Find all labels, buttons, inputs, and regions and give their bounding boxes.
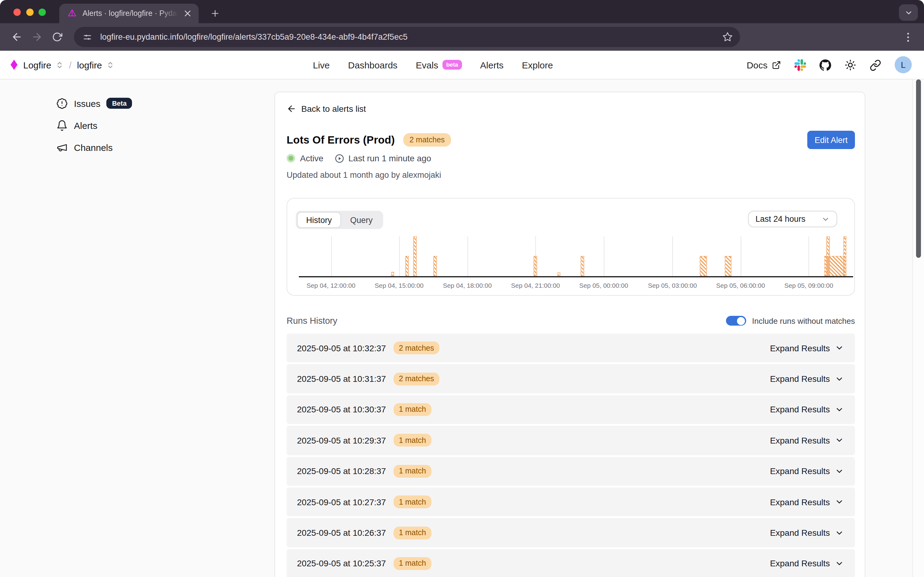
expand-results-button[interactable]: Expand Results <box>770 497 844 507</box>
nav-label: Explore <box>522 60 553 70</box>
back-button[interactable] <box>8 29 24 45</box>
chart-bar <box>843 237 847 276</box>
nav-label: Live <box>313 60 330 70</box>
bell-icon <box>56 119 68 131</box>
chart-bar <box>826 237 830 276</box>
reload-icon <box>52 32 62 42</box>
slack-icon[interactable] <box>795 59 806 71</box>
browser-tab[interactable]: Alerts · logfire/logfire · Pydant <box>59 4 198 23</box>
nav-item-alerts[interactable]: Alerts <box>480 60 503 70</box>
chart-bar <box>700 256 707 276</box>
include-runs-toggle[interactable] <box>726 316 746 326</box>
time-range-select[interactable]: Last 24 hours <box>748 211 837 227</box>
docs-link[interactable]: Docs <box>747 60 781 70</box>
scrollbar-thumb[interactable] <box>916 79 921 258</box>
address-bar[interactable]: logfire-eu.pydantic.info/logfire/logfire… <box>74 27 740 47</box>
include-runs-toggle-label: Include runs without matches <box>752 316 855 325</box>
bookmark-star-icon[interactable] <box>722 32 733 42</box>
sidebar-item-alerts[interactable]: Alerts <box>56 116 132 134</box>
sidebar-item-channels[interactable]: Channels <box>56 138 132 156</box>
project-name[interactable]: logfire <box>77 60 102 70</box>
chevron-down-icon <box>835 559 844 568</box>
run-timestamp: 2025-09-05 at 10:32:37 <box>297 343 386 353</box>
nav-item-live[interactable]: Live <box>313 60 330 70</box>
external-link-icon <box>772 60 781 69</box>
chart-header: History Query Last 24 hours <box>287 198 854 229</box>
grid-line <box>809 237 810 276</box>
zoom-window-button[interactable] <box>39 8 46 16</box>
chevron-down-icon <box>835 497 844 506</box>
nav-item-dashboards[interactable]: Dashboards <box>348 60 398 70</box>
header-actions: Docs L <box>747 56 924 73</box>
expand-results-button[interactable]: Expand Results <box>770 405 844 414</box>
site-info-icon[interactable] <box>79 29 95 45</box>
run-match-badge: 1 match <box>393 526 431 539</box>
expand-results-button[interactable]: Expand Results <box>770 466 844 476</box>
logfire-logo-icon <box>9 59 19 70</box>
grid-line <box>399 237 400 276</box>
breadcrumb: Logfire / logfire <box>0 59 114 70</box>
tab-history[interactable]: History <box>297 212 341 228</box>
github-icon[interactable] <box>819 59 831 71</box>
run-row: 2025-09-05 at 10:29:37 1 match Expand Re… <box>287 426 855 455</box>
nav-label: Dashboards <box>348 60 398 70</box>
x-tick-label: Sep 05, 09:00:00 <box>784 282 833 289</box>
history-chart-card: History Query Last 24 hours Sep 04, 12:0… <box>287 198 855 296</box>
expand-results-button[interactable]: Expand Results <box>770 374 844 384</box>
theme-sun-icon[interactable] <box>845 59 856 71</box>
sidebar-item-issues[interactable]: Issues Beta <box>56 94 132 113</box>
arrow-left-icon <box>287 104 297 114</box>
user-avatar[interactable]: L <box>895 56 912 73</box>
tab-search-button[interactable] <box>899 4 918 21</box>
run-match-badge: 2 matches <box>393 342 439 354</box>
chevron-down-icon <box>904 8 913 17</box>
project-selector-icon[interactable] <box>106 61 114 69</box>
expand-results-label: Expand Results <box>770 343 830 353</box>
new-tab-button[interactable] <box>208 6 223 21</box>
chart-bar <box>581 256 585 276</box>
expand-results-button[interactable]: Expand Results <box>770 559 844 569</box>
expand-results-button[interactable]: Expand Results <box>770 343 844 353</box>
nav-label: Evals <box>416 60 438 70</box>
expand-results-label: Expand Results <box>770 405 830 414</box>
sidebar-label: Issues <box>74 98 100 108</box>
org-name[interactable]: Logfire <box>23 60 51 70</box>
share-link-icon[interactable] <box>869 59 881 71</box>
x-tick-label: Sep 04, 15:00:00 <box>375 282 424 289</box>
window-controls <box>13 8 46 16</box>
chart-bar <box>405 256 409 276</box>
badge-alert-icon <box>56 97 68 109</box>
arrow-right-icon <box>31 31 42 43</box>
expand-results-button[interactable]: Expand Results <box>770 528 844 538</box>
org-selector-icon[interactable] <box>56 61 64 69</box>
expand-results-label: Expand Results <box>770 559 830 569</box>
expand-results-label: Expand Results <box>770 466 830 476</box>
x-tick-label: Sep 05, 06:00:00 <box>716 282 765 289</box>
tab-query[interactable]: Query <box>341 212 382 228</box>
url-text: logfire-eu.pydantic.info/logfire/logfire… <box>100 32 722 42</box>
forward-button[interactable] <box>29 29 45 45</box>
minimize-window-button[interactable] <box>26 8 33 16</box>
nav-item-explore[interactable]: Explore <box>522 60 553 70</box>
run-row: 2025-09-05 at 10:30:37 1 match Expand Re… <box>287 395 855 424</box>
close-tab-icon[interactable] <box>183 8 192 18</box>
megaphone-icon <box>56 142 68 153</box>
reload-button[interactable] <box>49 29 65 45</box>
edit-alert-button[interactable]: Edit Alert <box>807 131 855 149</box>
close-window-button[interactable] <box>13 8 21 16</box>
nav-item-evals[interactable]: Evalsbeta <box>416 60 462 70</box>
scrollbar-track[interactable] <box>913 79 924 577</box>
alert-title-row: Lots Of Errors (Prod) 2 matches Edit Ale… <box>287 131 855 149</box>
grid-line <box>331 237 332 276</box>
alert-detail-card: Back to alerts list Lots Of Errors (Prod… <box>274 92 865 577</box>
chart-bar <box>391 272 394 276</box>
expand-results-button[interactable]: Expand Results <box>770 435 844 445</box>
toggle-knob <box>737 317 745 325</box>
run-row: 2025-09-05 at 10:32:37 2 matches Expand … <box>287 334 855 363</box>
back-to-alerts-link[interactable]: Back to alerts list <box>287 103 855 115</box>
expand-results-label: Expand Results <box>770 435 830 445</box>
browser-menu-icon[interactable] <box>902 31 914 43</box>
grid-line <box>604 237 605 276</box>
run-timestamp: 2025-09-05 at 10:28:37 <box>297 466 386 476</box>
arrow-left-icon <box>11 31 22 43</box>
